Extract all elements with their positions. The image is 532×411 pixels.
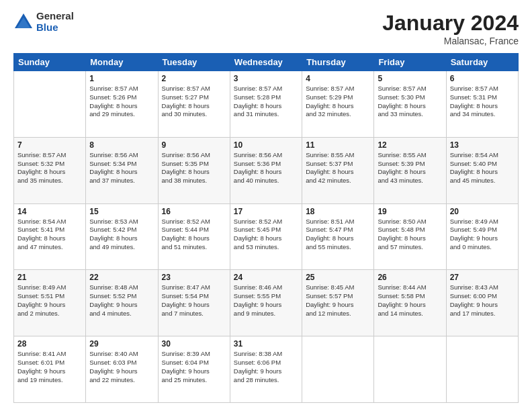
col-saturday: Saturday xyxy=(446,54,518,71)
day-cell: 17Sunrise: 8:52 AMSunset: 5:45 PMDayligh… xyxy=(230,203,302,270)
day-cell: 27Sunrise: 8:43 AMSunset: 6:00 PMDayligh… xyxy=(446,270,518,336)
day-number: 4 xyxy=(306,74,370,83)
day-info: Sunrise: 8:41 AMSunset: 6:01 PMDaylight:… xyxy=(17,350,82,384)
location-title: Malansac, France xyxy=(382,36,519,46)
day-number: 11 xyxy=(306,140,370,150)
day-number: 5 xyxy=(378,74,442,83)
day-number: 16 xyxy=(162,207,226,216)
day-info: Sunrise: 8:49 AMSunset: 5:49 PMDaylight:… xyxy=(450,218,515,252)
day-number: 18 xyxy=(306,207,370,216)
day-info: Sunrise: 8:49 AMSunset: 5:51 PMDaylight:… xyxy=(17,283,82,318)
day-cell: 26Sunrise: 8:44 AMSunset: 5:58 PMDayligh… xyxy=(374,270,446,336)
day-info: Sunrise: 8:57 AMSunset: 5:30 PMDaylight:… xyxy=(378,85,442,119)
day-info: Sunrise: 8:56 AMSunset: 5:34 PMDaylight:… xyxy=(89,151,154,185)
col-sunday: Sunday xyxy=(14,54,86,71)
day-number: 9 xyxy=(162,140,226,150)
header: General Blue January 2024 Malansac, Fran… xyxy=(13,11,519,46)
day-number: 2 xyxy=(162,74,226,83)
day-cell: 1Sunrise: 8:57 AMSunset: 5:26 PMDaylight… xyxy=(86,71,158,138)
day-cell: 20Sunrise: 8:49 AMSunset: 5:49 PMDayligh… xyxy=(446,203,518,270)
day-cell: 21Sunrise: 8:49 AMSunset: 5:51 PMDayligh… xyxy=(14,270,86,336)
day-info: Sunrise: 8:48 AMSunset: 5:52 PMDaylight:… xyxy=(89,283,154,318)
day-cell: 5Sunrise: 8:57 AMSunset: 5:30 PMDaylight… xyxy=(374,71,446,138)
day-cell: 11Sunrise: 8:55 AMSunset: 5:37 PMDayligh… xyxy=(302,137,374,203)
day-number: 8 xyxy=(89,140,154,150)
day-number: 7 xyxy=(17,140,82,150)
day-cell xyxy=(374,336,446,403)
day-info: Sunrise: 8:50 AMSunset: 5:48 PMDaylight:… xyxy=(378,218,442,252)
day-cell: 15Sunrise: 8:53 AMSunset: 5:42 PMDayligh… xyxy=(86,203,158,270)
day-cell: 14Sunrise: 8:54 AMSunset: 5:41 PMDayligh… xyxy=(14,203,86,270)
day-info: Sunrise: 8:57 AMSunset: 5:29 PMDaylight:… xyxy=(306,85,370,119)
day-cell: 13Sunrise: 8:54 AMSunset: 5:40 PMDayligh… xyxy=(446,137,518,203)
col-thursday: Thursday xyxy=(302,54,374,71)
day-info: Sunrise: 8:57 AMSunset: 5:27 PMDaylight:… xyxy=(162,85,226,119)
day-number: 17 xyxy=(234,207,298,216)
day-number: 24 xyxy=(234,273,298,282)
day-number: 19 xyxy=(378,207,442,216)
day-info: Sunrise: 8:56 AMSunset: 5:35 PMDaylight:… xyxy=(162,151,226,185)
day-number: 10 xyxy=(234,140,298,150)
day-info: Sunrise: 8:39 AMSunset: 6:04 PMDaylight:… xyxy=(162,350,226,384)
logo: General Blue xyxy=(13,11,74,33)
day-cell: 29Sunrise: 8:40 AMSunset: 6:03 PMDayligh… xyxy=(86,336,158,403)
col-friday: Friday xyxy=(374,54,446,71)
day-info: Sunrise: 8:55 AMSunset: 5:39 PMDaylight:… xyxy=(378,151,442,185)
day-number: 15 xyxy=(89,207,154,216)
day-cell: 30Sunrise: 8:39 AMSunset: 6:04 PMDayligh… xyxy=(158,336,230,403)
logo-blue-label: Blue xyxy=(36,22,74,34)
day-cell: 10Sunrise: 8:56 AMSunset: 5:36 PMDayligh… xyxy=(230,137,302,203)
day-number: 22 xyxy=(89,273,154,282)
day-number: 27 xyxy=(450,273,515,282)
col-wednesday: Wednesday xyxy=(230,54,302,71)
day-info: Sunrise: 8:52 AMSunset: 5:44 PMDaylight:… xyxy=(162,218,226,252)
day-cell: 31Sunrise: 8:38 AMSunset: 6:06 PMDayligh… xyxy=(230,336,302,403)
week-row-3: 14Sunrise: 8:54 AMSunset: 5:41 PMDayligh… xyxy=(14,203,519,270)
title-section: January 2024 Malansac, France xyxy=(382,11,519,46)
day-cell: 6Sunrise: 8:57 AMSunset: 5:31 PMDaylight… xyxy=(446,71,518,138)
day-info: Sunrise: 8:57 AMSunset: 5:32 PMDaylight:… xyxy=(17,151,82,185)
day-info: Sunrise: 8:57 AMSunset: 5:31 PMDaylight:… xyxy=(450,85,515,119)
day-info: Sunrise: 8:57 AMSunset: 5:26 PMDaylight:… xyxy=(89,85,154,119)
day-info: Sunrise: 8:44 AMSunset: 5:58 PMDaylight:… xyxy=(378,283,442,318)
day-info: Sunrise: 8:47 AMSunset: 5:54 PMDaylight:… xyxy=(162,283,226,318)
week-row-2: 7Sunrise: 8:57 AMSunset: 5:32 PMDaylight… xyxy=(14,137,519,203)
day-number: 20 xyxy=(450,207,515,216)
day-info: Sunrise: 8:38 AMSunset: 6:06 PMDaylight:… xyxy=(234,350,298,384)
day-cell xyxy=(302,336,374,403)
day-number: 3 xyxy=(234,74,298,83)
col-monday: Monday xyxy=(86,54,158,71)
day-number: 1 xyxy=(89,74,154,83)
day-number: 30 xyxy=(162,339,226,349)
day-number: 14 xyxy=(17,207,82,216)
day-number: 12 xyxy=(378,140,442,150)
day-cell xyxy=(446,336,518,403)
day-number: 29 xyxy=(89,339,154,349)
logo-icon xyxy=(13,12,34,32)
day-info: Sunrise: 8:52 AMSunset: 5:45 PMDaylight:… xyxy=(234,218,298,252)
day-cell: 22Sunrise: 8:48 AMSunset: 5:52 PMDayligh… xyxy=(86,270,158,336)
day-number: 26 xyxy=(378,273,442,282)
day-cell: 8Sunrise: 8:56 AMSunset: 5:34 PMDaylight… xyxy=(86,137,158,203)
day-cell: 24Sunrise: 8:46 AMSunset: 5:55 PMDayligh… xyxy=(230,270,302,336)
day-info: Sunrise: 8:54 AMSunset: 5:40 PMDaylight:… xyxy=(450,151,515,185)
logo-general-label: General xyxy=(36,11,74,22)
day-cell: 3Sunrise: 8:57 AMSunset: 5:28 PMDaylight… xyxy=(230,71,302,138)
day-cell: 23Sunrise: 8:47 AMSunset: 5:54 PMDayligh… xyxy=(158,270,230,336)
day-info: Sunrise: 8:45 AMSunset: 5:57 PMDaylight:… xyxy=(306,283,370,318)
week-row-4: 21Sunrise: 8:49 AMSunset: 5:51 PMDayligh… xyxy=(14,270,519,336)
day-info: Sunrise: 8:40 AMSunset: 6:03 PMDaylight:… xyxy=(89,350,154,384)
day-cell: 9Sunrise: 8:56 AMSunset: 5:35 PMDaylight… xyxy=(158,137,230,203)
month-title: January 2024 xyxy=(382,11,519,36)
col-tuesday: Tuesday xyxy=(158,54,230,71)
day-cell: 12Sunrise: 8:55 AMSunset: 5:39 PMDayligh… xyxy=(374,137,446,203)
week-row-5: 28Sunrise: 8:41 AMSunset: 6:01 PMDayligh… xyxy=(14,336,519,403)
day-cell: 2Sunrise: 8:57 AMSunset: 5:27 PMDaylight… xyxy=(158,71,230,138)
day-info: Sunrise: 8:54 AMSunset: 5:41 PMDaylight:… xyxy=(17,218,82,252)
day-info: Sunrise: 8:43 AMSunset: 6:00 PMDaylight:… xyxy=(450,283,515,318)
day-cell: 25Sunrise: 8:45 AMSunset: 5:57 PMDayligh… xyxy=(302,270,374,336)
day-number: 21 xyxy=(17,273,82,282)
day-cell xyxy=(14,71,86,138)
day-number: 28 xyxy=(17,339,82,349)
day-info: Sunrise: 8:56 AMSunset: 5:36 PMDaylight:… xyxy=(234,151,298,185)
